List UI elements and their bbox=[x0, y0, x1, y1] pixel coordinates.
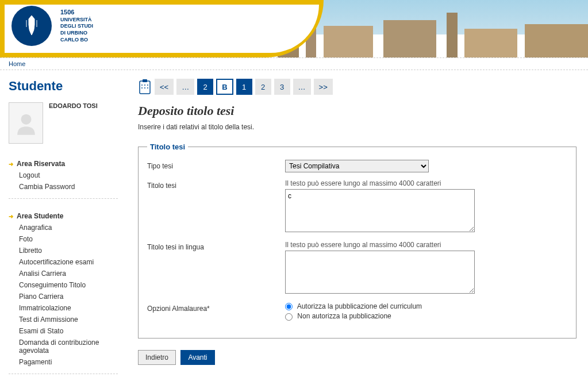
almalaurea-label: Opzioni Almalaurea* bbox=[147, 302, 285, 313]
logo-seal-icon bbox=[11, 6, 52, 46]
menu-anagrafica[interactable]: Anagrafica bbox=[9, 222, 118, 233]
wizard-first[interactable]: << bbox=[155, 79, 174, 95]
logo-year: 1506 bbox=[60, 8, 93, 16]
almalaurea-opt2-label[interactable]: Non autorizza la pubblicazione bbox=[285, 312, 481, 320]
page-title: Deposito titolo tesi bbox=[138, 103, 577, 118]
svg-rect-2 bbox=[143, 79, 147, 82]
wizard-steps: << … 2 B 1 2 3 … >> bbox=[138, 79, 577, 95]
menu-foto[interactable]: Foto bbox=[9, 233, 118, 245]
menu-area-riservata: Area Riservata Logout Cambia Password bbox=[9, 158, 118, 199]
menu-esami-stato[interactable]: Esami di Stato bbox=[9, 325, 118, 337]
almalaurea-opt1-label[interactable]: Autorizza la pubblicazione del curriculu… bbox=[285, 302, 481, 310]
titolo-tesi-textarea[interactable] bbox=[285, 189, 475, 232]
svg-point-6 bbox=[141, 87, 143, 89]
menu-header-area-riservata[interactable]: Area Riservata bbox=[9, 158, 118, 170]
wizard-step-b[interactable]: B bbox=[216, 79, 233, 95]
logo-line4: CARLO BO bbox=[60, 37, 93, 44]
almalaurea-opt1-radio[interactable] bbox=[285, 303, 293, 310]
user-box: EDOARDO TOSI bbox=[9, 102, 118, 144]
titolo-lingua-label: Titolo tesi in lingua bbox=[147, 241, 285, 251]
main-content: << … 2 B 1 2 3 … >> Deposito titolo tesi… bbox=[126, 70, 588, 377]
wizard-step-2[interactable]: 2 bbox=[197, 79, 213, 95]
svg-point-3 bbox=[141, 84, 143, 86]
wizard-step-1[interactable]: 1 bbox=[236, 79, 252, 95]
page-description: Inserire i dati relativi al titolo della… bbox=[138, 123, 577, 131]
menu-conseguimento-titolo[interactable]: Conseguimento Titolo bbox=[9, 279, 118, 291]
avatar-placeholder-icon bbox=[13, 109, 39, 137]
menu-analisi-carriera[interactable]: Analisi Carriera bbox=[9, 268, 118, 279]
almalaurea-opt2-radio[interactable] bbox=[285, 313, 293, 321]
menu-header-area-studente[interactable]: Area Studente bbox=[9, 210, 118, 222]
tipo-tesi-select[interactable]: Tesi Compilativa bbox=[285, 160, 429, 172]
menu-contribuzione[interactable]: Domanda di contribuzione agevolata bbox=[9, 337, 118, 356]
forward-button[interactable]: Avanti bbox=[180, 350, 214, 365]
menu-logout[interactable]: Logout bbox=[9, 170, 118, 181]
logo-text: 1506 UNIVERSITÀ DEGLI STUDI DI URBINO CA… bbox=[60, 8, 93, 43]
nav-home[interactable]: Home bbox=[9, 60, 25, 67]
avatar bbox=[9, 102, 43, 144]
fieldset-legend: Titolo tesi bbox=[147, 143, 188, 151]
svg-point-0 bbox=[21, 114, 31, 125]
tipo-tesi-label: Tipo tesi bbox=[147, 160, 285, 170]
page-header: 1506 UNIVERSITÀ DEGLI STUDI DI URBINO CA… bbox=[0, 0, 588, 57]
menu-libretto[interactable]: Libretto bbox=[9, 245, 118, 256]
breadcrumb: Home bbox=[0, 57, 588, 70]
university-logo: 1506 UNIVERSITÀ DEGLI STUDI DI URBINO CA… bbox=[11, 6, 93, 46]
user-name: EDOARDO TOSI bbox=[49, 102, 98, 144]
clipboard-icon bbox=[138, 79, 152, 95]
titolo-lingua-textarea[interactable] bbox=[285, 251, 475, 294]
titolo-tesi-hint: Il testo può essere lungo al massimo 400… bbox=[285, 179, 481, 187]
sidebar: Studente EDOARDO TOSI Area Riservata Log… bbox=[0, 70, 126, 377]
titolo-lingua-hint: Il testo può essere lungo al massimo 400… bbox=[285, 241, 481, 249]
wizard-step-3[interactable]: 3 bbox=[274, 79, 290, 95]
titolo-tesi-fieldset: Titolo tesi Tipo tesi Tesi Compilativa T… bbox=[138, 143, 577, 338]
svg-point-8 bbox=[147, 87, 148, 89]
logo-line1: UNIVERSITÀ bbox=[60, 17, 93, 24]
logo-line2: DEGLI STUDI bbox=[60, 23, 93, 30]
wizard-step-2b[interactable]: 2 bbox=[255, 79, 271, 95]
logo-line3: DI URBINO bbox=[60, 30, 93, 37]
back-button[interactable]: Indietro bbox=[138, 350, 176, 365]
menu-cambia-password[interactable]: Cambia Password bbox=[9, 181, 118, 193]
menu-test-ammissione[interactable]: Test di Ammissione bbox=[9, 314, 118, 325]
menu-area-studente: Area Studente Anagrafica Foto Libretto A… bbox=[9, 210, 118, 374]
menu-autocertificazione[interactable]: Autocertificazione esami bbox=[9, 256, 118, 268]
wizard-next-ellipsis[interactable]: … bbox=[293, 79, 311, 95]
svg-point-7 bbox=[144, 87, 145, 89]
menu-pagamenti[interactable]: Pagamenti bbox=[9, 356, 118, 368]
menu-piano-carriera[interactable]: Piano Carriera bbox=[9, 291, 118, 302]
sidebar-title: Studente bbox=[9, 79, 118, 94]
menu-immatricolazione[interactable]: Immatricolazione bbox=[9, 302, 118, 314]
almalaurea-opt1-text: Autorizza la pubblicazione del curriculu… bbox=[297, 302, 422, 310]
titolo-tesi-label: Titolo tesi bbox=[147, 179, 285, 190]
button-bar: Indietro Avanti bbox=[138, 350, 577, 365]
wizard-last[interactable]: >> bbox=[314, 79, 333, 95]
svg-point-5 bbox=[147, 84, 148, 86]
wizard-prev-ellipsis[interactable]: … bbox=[176, 79, 194, 95]
svg-point-4 bbox=[144, 84, 145, 86]
almalaurea-opt2-text: Non autorizza la pubblicazione bbox=[297, 312, 391, 320]
